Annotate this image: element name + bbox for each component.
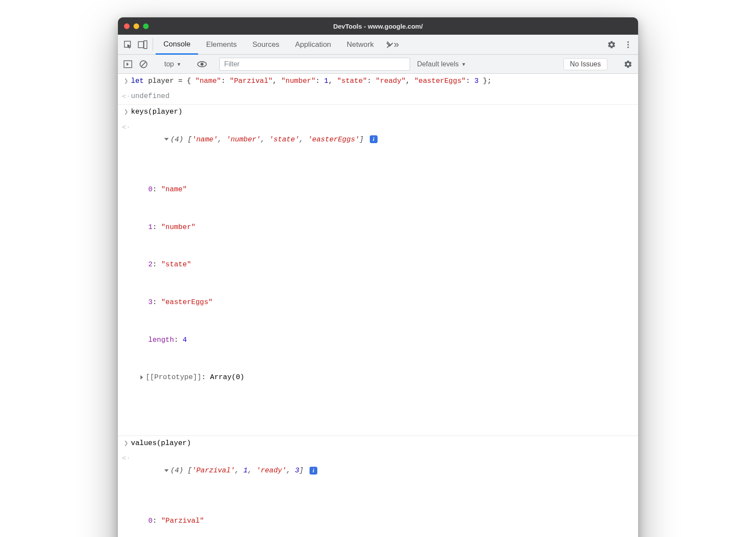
window-controls bbox=[124, 23, 149, 29]
array-summary: (4) ['name', 'number', 'state', 'easterE… bbox=[131, 121, 633, 434]
result-icon: <· bbox=[121, 121, 131, 134]
tab-network[interactable]: Network bbox=[339, 35, 381, 54]
clear-console-icon[interactable] bbox=[137, 58, 150, 71]
console-settings-icon[interactable] bbox=[622, 58, 635, 71]
console-result-row[interactable]: <· (4) ['name', 'number', 'state', 'east… bbox=[118, 120, 638, 435]
window-title: DevTools - www.google.com/ bbox=[118, 23, 638, 30]
device-toolbar-icon[interactable] bbox=[135, 35, 150, 54]
array-item[interactable]: 3: "easterEggs" bbox=[148, 296, 633, 309]
array-tree: 0: "Parzival" 1: 1 2: "ready" 3: 3 lengt… bbox=[131, 490, 633, 537]
expand-caret-icon[interactable] bbox=[140, 375, 143, 380]
titlebar: DevTools - www.google.com/ bbox=[118, 17, 638, 35]
tab-label: Network bbox=[347, 40, 374, 49]
prototype-row[interactable]: [[Prototype]]: Array(0) bbox=[140, 371, 633, 384]
issues-button[interactable]: No Issues bbox=[564, 58, 607, 70]
svg-point-4 bbox=[627, 44, 629, 46]
issues-label: No Issues bbox=[570, 60, 601, 68]
settings-icon[interactable] bbox=[604, 40, 619, 49]
log-levels-select[interactable]: Default levels ▼ bbox=[413, 60, 470, 68]
input-code: values(player) bbox=[131, 437, 633, 450]
array-item[interactable]: 2: "state" bbox=[148, 259, 633, 271]
input-code: let player = { "name": "Parzival", "numb… bbox=[131, 75, 633, 88]
svg-point-10 bbox=[201, 62, 204, 65]
context-label: top bbox=[164, 60, 174, 68]
info-icon[interactable]: i bbox=[310, 467, 317, 475]
tab-label: Sources bbox=[252, 40, 279, 49]
tab-sources[interactable]: Sources bbox=[244, 35, 287, 54]
array-tree: 0: "name" 1: "number" 2: "state" 3: "eas… bbox=[131, 158, 633, 409]
svg-rect-2 bbox=[144, 41, 147, 49]
console-result-row: <· undefined bbox=[118, 89, 638, 105]
panel-tabbar: Console Elements Sources Application Net… bbox=[118, 35, 638, 55]
tab-label: Application bbox=[295, 40, 331, 49]
inspect-element-icon[interactable] bbox=[121, 35, 135, 54]
expand-caret-icon[interactable] bbox=[164, 469, 169, 472]
devtools-window: DevTools - www.google.com/ Console Eleme… bbox=[118, 17, 638, 537]
prompt-icon: ❯ bbox=[121, 437, 131, 450]
separator bbox=[153, 38, 153, 51]
levels-label: Default levels bbox=[417, 60, 459, 68]
console-input-row[interactable]: ❯ let player = { "name": "Parzival", "nu… bbox=[118, 74, 638, 89]
result-icon: <· bbox=[121, 452, 131, 465]
svg-point-3 bbox=[627, 41, 629, 43]
prompt-icon: ❯ bbox=[121, 106, 131, 118]
result-icon: <· bbox=[121, 90, 131, 103]
maximize-window-button[interactable] bbox=[143, 23, 149, 29]
tab-label: Console bbox=[163, 40, 190, 49]
execution-context-select[interactable]: top ▼ bbox=[161, 59, 185, 70]
array-length[interactable]: length: 4 bbox=[148, 334, 633, 347]
result-value: undefined bbox=[131, 90, 633, 103]
svg-rect-1 bbox=[138, 42, 143, 48]
console-result-row[interactable]: <· (4) ['Parzival', 1, 'ready', 3] i 0: … bbox=[118, 451, 638, 537]
more-tabs-button[interactable]: » bbox=[381, 35, 403, 54]
toggle-sidebar-icon[interactable] bbox=[121, 58, 134, 71]
input-code: keys(player) bbox=[131, 106, 633, 118]
array-item[interactable]: 0: "Parzival" bbox=[148, 515, 633, 527]
tab-console[interactable]: Console bbox=[156, 35, 198, 55]
kebab-menu-icon[interactable] bbox=[621, 41, 635, 49]
svg-point-5 bbox=[627, 46, 629, 48]
prompt-icon: ❯ bbox=[121, 75, 131, 88]
expand-caret-icon[interactable] bbox=[164, 138, 169, 141]
svg-line-8 bbox=[141, 62, 146, 66]
tab-label: Elements bbox=[206, 40, 237, 49]
array-item[interactable]: 1: "number" bbox=[148, 221, 633, 234]
console-body: ❯ let player = { "name": "Parzival", "nu… bbox=[118, 74, 638, 537]
array-summary: (4) ['Parzival', 1, 'ready', 3] i 0: "Pa… bbox=[131, 452, 633, 537]
filter-input[interactable] bbox=[219, 58, 410, 71]
console-toolbar: top ▼ Default levels ▼ No Issues bbox=[118, 55, 638, 74]
tab-elements[interactable]: Elements bbox=[198, 35, 244, 54]
console-input-row[interactable]: ❯ values(player) bbox=[118, 435, 638, 451]
tab-application[interactable]: Application bbox=[287, 35, 339, 54]
array-item[interactable]: 0: "name" bbox=[148, 183, 633, 196]
info-icon[interactable]: i bbox=[370, 135, 378, 143]
close-window-button[interactable] bbox=[124, 23, 130, 29]
live-expression-icon[interactable] bbox=[196, 58, 209, 71]
console-input-row[interactable]: ❯ keys(player) bbox=[118, 105, 638, 120]
minimize-window-button[interactable] bbox=[134, 23, 139, 29]
